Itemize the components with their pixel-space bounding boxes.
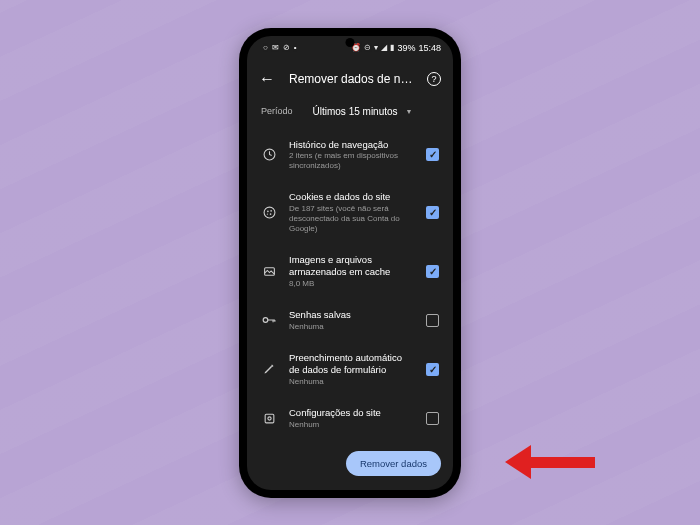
item-subtitle: 2 itens (e mais em dispositivos sincroni… — [289, 151, 414, 171]
phone-frame: ○ ✉ ⊘ • ⏰ ⊝ ▾ ◢ ▮ 39% 15:48 ← Remover da… — [239, 28, 461, 498]
battery-icon: ▮ — [390, 43, 394, 52]
svg-point-1 — [264, 207, 275, 218]
svg-point-7 — [263, 318, 268, 323]
list-item[interactable]: Histórico de navegação 2 itens (e mais e… — [247, 129, 453, 182]
checkbox[interactable] — [426, 363, 439, 376]
item-subtitle: De 187 sites (você não será desconectado… — [289, 204, 414, 234]
signal-icon: ◢ — [381, 43, 387, 52]
action-bar: Remover dados — [247, 441, 453, 490]
annotation-arrow — [505, 447, 595, 477]
period-selector[interactable]: Período Últimos 15 minutos ▼ — [247, 98, 453, 129]
list-item[interactable]: Configurações do site Nenhum — [247, 397, 453, 440]
period-label: Período — [261, 106, 293, 116]
checkbox[interactable] — [426, 314, 439, 327]
clock-icon — [261, 148, 277, 161]
camera-cutout — [346, 38, 355, 47]
period-value-text: Últimos 15 minutos — [313, 106, 398, 117]
svg-point-5 — [266, 214, 267, 215]
list-item[interactable]: Preenchimento automático de dados de for… — [247, 342, 453, 397]
item-subtitle: Nenhuma — [289, 377, 414, 387]
whatsapp-icon: ○ — [263, 43, 268, 52]
settings-box-icon — [261, 412, 277, 425]
list-item[interactable]: Imagens e arquivos armazenados em cache … — [247, 244, 453, 299]
item-title: Configurações do site — [289, 407, 414, 419]
app-header: ← Remover dados de na... ? — [247, 60, 453, 98]
back-icon[interactable]: ← — [259, 70, 275, 88]
item-title: Preenchimento automático de dados de for… — [289, 352, 414, 376]
items-list: Histórico de navegação 2 itens (e mais e… — [247, 129, 453, 441]
checkbox[interactable] — [426, 265, 439, 278]
dot-icon: • — [294, 43, 297, 52]
svg-point-4 — [269, 214, 271, 216]
checkbox[interactable] — [426, 148, 439, 161]
item-title: Imagens e arquivos armazenados em cache — [289, 254, 414, 278]
remove-data-button[interactable]: Remover dados — [346, 451, 441, 476]
wifi-icon: ▾ — [374, 43, 378, 52]
checkbox[interactable] — [426, 206, 439, 219]
list-item[interactable]: Cookies e dados do site De 187 sites (vo… — [247, 181, 453, 244]
cookie-icon — [261, 206, 277, 219]
item-subtitle: Nenhuma — [289, 322, 414, 332]
item-title: Histórico de navegação — [289, 139, 414, 151]
dnd-icon: ⊝ — [364, 43, 371, 52]
battery-text: 39% — [397, 43, 415, 53]
period-dropdown[interactable]: Últimos 15 minutos ▼ — [313, 106, 439, 117]
list-item[interactable]: Senhas salvas Nenhuma — [247, 299, 453, 342]
chevron-down-icon: ▼ — [406, 108, 413, 115]
pencil-icon — [261, 363, 277, 375]
svg-point-2 — [267, 211, 269, 213]
clock-text: 15:48 — [418, 43, 441, 53]
item-title: Cookies e dados do site — [289, 191, 414, 203]
checkbox[interactable] — [426, 412, 439, 425]
item-title: Senhas salvas — [289, 309, 414, 321]
mail-icon: ✉ — [272, 43, 279, 52]
svg-point-9 — [267, 416, 270, 419]
image-icon — [261, 265, 277, 278]
item-subtitle: Nenhum — [289, 420, 414, 430]
key-icon — [261, 315, 277, 325]
page-title: Remover dados de na... — [289, 72, 413, 86]
help-icon[interactable]: ? — [427, 72, 441, 86]
item-subtitle: 8,0 MB — [289, 279, 414, 289]
svg-point-3 — [270, 210, 272, 212]
screen: ○ ✉ ⊘ • ⏰ ⊝ ▾ ◢ ▮ 39% 15:48 ← Remover da… — [247, 36, 453, 490]
svg-rect-8 — [265, 414, 274, 423]
block-icon: ⊘ — [283, 43, 290, 52]
